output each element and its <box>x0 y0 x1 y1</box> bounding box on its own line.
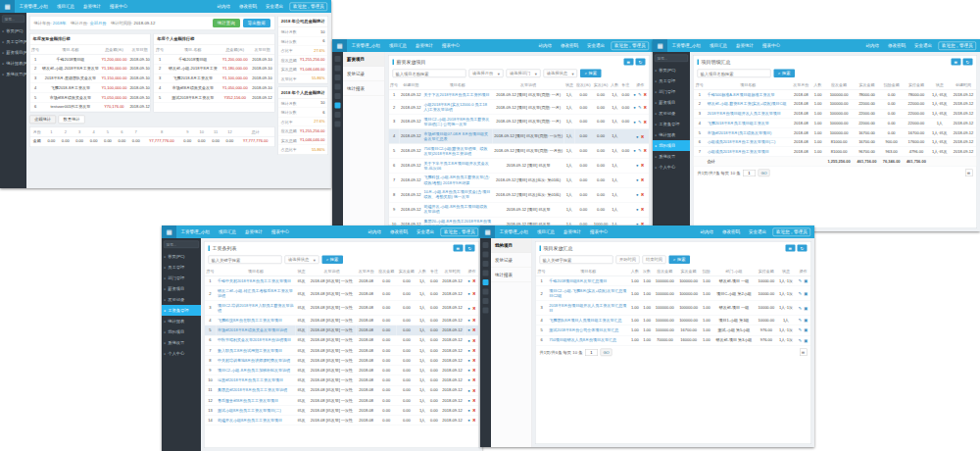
topbar-menu-item[interactable]: 报表中心 <box>106 0 132 13</box>
refresh-button[interactable]: ↻ <box>466 245 475 252</box>
row-link[interactable]: 2018年8月份项目组开发人员工资发放汇总项目 <box>548 301 629 316</box>
sidebar-item[interactable]: ▸工资条管理 <box>162 305 201 316</box>
topbar-menu-item[interactable]: 修改密码 <box>557 39 583 52</box>
topbar-menu-item[interactable]: 报表中心 <box>759 39 785 52</box>
user-icon[interactable]: ● <box>633 148 636 153</box>
table-row[interactable]: 1千锋2018项目组8月发放汇总项目1.001.00100000.0010000… <box>536 276 811 286</box>
topbar-menu-item[interactable]: 项目汇总 <box>215 226 241 238</box>
table-row[interactable]: 62018-09-12关于下半年员工8月项目组开发奖金发放-批次062018-0… <box>389 159 650 174</box>
user-welcome[interactable]: 欢迎您，管理员 <box>939 41 977 50</box>
user-icon[interactable]: ● <box>467 278 470 283</box>
edit-icon[interactable]: ✎ <box>799 327 803 332</box>
user-icon[interactable]: ● <box>467 318 470 323</box>
topbar-menu-item[interactable]: 安全退出 <box>413 226 439 238</box>
user-icon[interactable]: ● <box>467 358 470 363</box>
filter-select[interactable]: 请选择状态▾ <box>285 256 319 265</box>
user-icon[interactable]: ● <box>467 368 470 373</box>
row-link[interactable]: 项目C2-培训2018年8月入职员工薪资发放说明 <box>216 301 295 316</box>
topbar-menu-item[interactable]: 项目汇总 <box>53 0 79 13</box>
table-row[interactable]: 5市场部8月绩效奖金发放¥1,050,000.002018-09-10 <box>30 93 152 103</box>
topbar-menu-item[interactable]: 修改密码 <box>718 226 745 238</box>
table-row[interactable]: 13测试小组8月份员工工资发放项目(二)已发2018-08 [已发放] 一次性2… <box>205 405 479 415</box>
sidebar-search-input[interactable]: 搜索... <box>164 241 199 249</box>
delete-icon[interactable]: ✖ <box>643 148 647 153</box>
copy-icon[interactable]: ▣ <box>804 305 808 310</box>
sidebar-item[interactable]: ▸统计报表 <box>653 129 690 140</box>
sidebar-item[interactable]: ▸发放记录 <box>162 294 201 305</box>
home-icon[interactable] <box>335 56 341 62</box>
copy-icon[interactable]: ▣ <box>804 318 808 323</box>
sidebar-item[interactable]: ▸个人中心 <box>162 348 201 359</box>
file-icon[interactable] <box>483 289 489 295</box>
table-row[interactable]: 5市场部2018年8月(员工绩效发放项目)2018-081.00100000.0… <box>694 128 977 138</box>
delete-icon[interactable]: ✖ <box>641 207 645 212</box>
sidebar-item[interactable]: ▸统计报表 <box>162 316 201 326</box>
table-row[interactable]: 12018-09-12关于下发2018年8月份员工工资的项目2018-09-12… <box>389 90 650 100</box>
user-icon[interactable]: ● <box>467 377 470 382</box>
table-row[interactable]: 8中关村培训基地8月份讲师课时费发放说明已发2018-08 [已发放] 一次性2… <box>205 356 479 366</box>
topbar-menu-item[interactable]: 安全退出 <box>262 0 288 13</box>
table-row[interactable]: 4飞腾团队8月项目人员项目组工资发放汇总1.001.00100000.00100… <box>536 316 811 326</box>
gear-icon[interactable] <box>335 112 341 118</box>
search-input[interactable] <box>540 256 613 265</box>
row-link[interactable]: 项目C2-小组-飞腾8月(实发+绩效)发放汇总项目C2组 <box>548 286 629 301</box>
sidebar-item[interactable]: ▸统计报表(PC) <box>0 58 26 69</box>
topbar-menu-item[interactable]: 工资管理_小组 <box>667 39 706 52</box>
table-row[interactable]: 32018年8月份项目组开发人员工资发放项目2018-081.00100000.… <box>694 109 977 119</box>
delete-icon[interactable]: ✖ <box>472 348 476 353</box>
row-link[interactable]: 飞腾2018年8月员工项目组工资发放 <box>706 119 790 128</box>
delete-icon[interactable]: ✖ <box>472 337 476 342</box>
table-row[interactable]: 4飞腾2018-8月工资发放¥1,100,000.002018-09-10 <box>30 83 152 93</box>
tab-2[interactable]: 数量统计 <box>59 116 85 125</box>
row-link[interactable]: 10月-小组-8月份员工项目奖金(含:项目绩效、考勤奖励) 统一发放 <box>422 187 493 202</box>
user-icon[interactable]: ● <box>467 337 470 342</box>
table-row[interactable]: 金额0.000.000.000.000.000.000.00¥7,777,776… <box>30 136 274 146</box>
row-link[interactable]: 集团总部2018年8月份员工工资发放说明 <box>216 385 295 395</box>
edit-icon[interactable]: ✎ <box>799 318 803 323</box>
refresh-button[interactable]: ↻ <box>636 59 646 66</box>
user-icon[interactable]: ● <box>636 177 639 182</box>
row-link[interactable]: 集团20-小组-8月份员工2018年8月份项目组发放说明 <box>422 217 493 226</box>
user-icon[interactable]: ● <box>633 119 636 124</box>
row-link[interactable]: 关于下半年员工8月项目组开发奖金发放-批次06 <box>422 159 493 174</box>
row-link[interactable]: 小组成员2018年8月份工资发放项目 <box>706 147 790 157</box>
row-link[interactable]: 750项目组研发人员8月份项目发放汇总 <box>548 335 629 345</box>
table-row[interactable]: 3飞腾2018-8月工资发放¥1,100,000.002018-09-10 <box>154 74 274 83</box>
table-row[interactable]: 32018-09-12项目C2-小组-2018年8月份员工薪资发放说明(二) 公… <box>389 115 650 129</box>
date-input[interactable]: 开始时间 <box>616 256 640 265</box>
go-button[interactable]: GO <box>600 349 612 357</box>
row-link[interactable]: 小组2018年8月(实发12000.0 员工18人)工资发放说明 <box>422 100 493 115</box>
chart-icon[interactable] <box>483 279 489 285</box>
action-button[interactable]: 导出数据 <box>243 19 270 27</box>
row-link[interactable]: 测试小组8月份员工工资发放项目(二) <box>216 405 295 415</box>
sidebar-item[interactable]: ▸部门管理 <box>653 86 690 97</box>
user-icon[interactable]: ● <box>467 408 470 413</box>
delete-icon[interactable]: ✖ <box>472 408 476 413</box>
row-link[interactable]: 小组成员2018年8月份工资发放项目(二) <box>706 137 790 147</box>
row-link[interactable]: 前端开发小组8月份员工工资发放项目 <box>216 416 295 426</box>
topbar-menu-item[interactable]: 工资管理_小组 <box>347 39 385 52</box>
tab-1[interactable]: 金额统计 <box>29 116 56 125</box>
delete-icon[interactable]: ✖ <box>472 398 476 403</box>
table-row[interactable]: 2项目C2-小组-飞腾8月(实发+绩效)发放汇总项目C2组1.001.00100… <box>536 286 811 301</box>
collapse-button[interactable]: ≣ <box>965 170 973 177</box>
user-icon[interactable]: ● <box>467 418 470 423</box>
topbar-menu-item[interactable]: 工资管理_小组 <box>176 226 215 238</box>
sidebar-item[interactable]: 薪资项目 <box>343 52 385 67</box>
sidebar-search-input[interactable]: 搜索... <box>655 55 688 63</box>
delete-icon[interactable]: ✖ <box>643 92 647 97</box>
refresh-button[interactable]: ↻ <box>963 59 973 66</box>
topbar-menu-item[interactable]: 薪资统计 <box>412 39 438 52</box>
topbar-menu-item[interactable]: 报表中心 <box>438 39 465 52</box>
file-icon[interactable] <box>335 103 341 109</box>
sidebar-item[interactable]: ▸我的项目 <box>162 326 201 337</box>
row-link[interactable]: 市场部2018年8月(员工绩效发放项目) <box>706 128 790 138</box>
edit-icon[interactable]: ✎ <box>799 291 803 296</box>
row-link[interactable]: 飞腾团队8月项目人员项目组工资发放汇总 <box>548 316 629 326</box>
topbar-menu-item[interactable]: 站内信 <box>534 39 557 52</box>
sidebar-item[interactable]: 我的项目 <box>491 238 532 253</box>
row-link[interactable]: 756项目C2小组(薪资发放明细、绩效发放)2018年8月份工资说明 <box>422 144 493 159</box>
gear-icon[interactable] <box>483 298 489 304</box>
search-input[interactable] <box>209 256 282 265</box>
delete-icon[interactable]: ✖ <box>472 368 476 373</box>
